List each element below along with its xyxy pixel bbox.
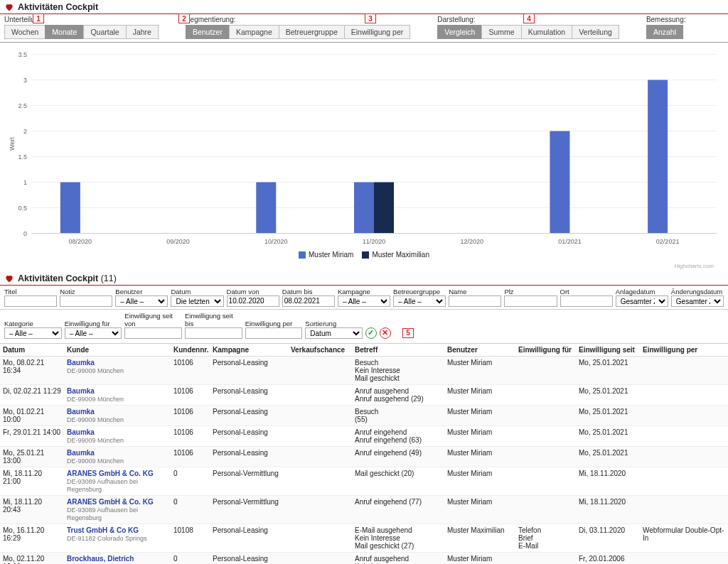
toolbar-darstellung-summe[interactable]: Summe [481,25,521,39]
filter-einwilligung-für[interactable]: – Alle – [65,327,122,339]
toolbar-unterteilung-monate[interactable]: Monate [45,25,84,39]
callout-3: 3 [365,13,376,23]
filter-einwilligung-seit-bis[interactable] [185,327,242,339]
filter-label: Einwilligung für [65,320,122,327]
filter-datum[interactable]: Die letzten 365 Tage [171,295,223,307]
toolbar-unterteilung-jahre[interactable]: Jahre [126,25,159,39]
svg-text:01/2021: 01/2021 [558,238,582,245]
toolbar-group-label: Unterteilung: [4,16,159,23]
toolbar-group-label: Segmentierung: [186,16,410,23]
filter-label: Notiz [60,288,112,295]
svg-text:09/2020: 09/2020 [166,238,190,245]
chart-credit: Highcharts.com [7,263,721,269]
chart-area: 00.511.522.533.5Wert08/202009/202010/202… [0,43,728,269]
svg-rect-24 [60,183,80,234]
callout-1: 1 [33,13,44,23]
svg-rect-26 [354,183,374,234]
filter-label: Betreuergruppe [393,288,446,295]
filter-label: Kampagne [338,288,390,295]
filter-benutzer[interactable]: – Alle – [115,295,168,307]
filter-datum-bis[interactable] [282,295,335,307]
filter-ort[interactable] [560,295,613,307]
toolbar-darstellung-verteilung[interactable]: Verteilung [572,25,619,39]
filter-bar: TitelNotizBenutzer– Alle –DatumDie letzt… [0,286,728,310]
toolbar-darstellung-vergleich[interactable]: Vergleich [437,25,482,39]
svg-text:Wert: Wert [9,137,16,151]
col-kundennr.[interactable]: Kundennr. [171,344,210,357]
toolbar-segmentierung-einwilligung per[interactable]: Einwilligung per [344,25,411,39]
filter-kategorie[interactable]: – Alle – [4,327,62,339]
filter-label: Datum bis [282,288,335,295]
page-title: Aktivitäten Cockpit [18,2,98,12]
svg-text:2: 2 [23,128,27,135]
svg-text:3.5: 3.5 [18,51,27,58]
filter-label: Änderungsdatum [671,288,724,295]
legend-item[interactable]: Muster Miriam [299,251,353,259]
table-row[interactable]: Mo, 16.11.20 16:29Trust GmbH & Co KGDE-9… [0,524,728,552]
svg-text:3: 3 [23,77,27,84]
svg-text:1.5: 1.5 [18,153,27,161]
filter-name[interactable] [449,295,501,307]
col-kampagne[interactable]: Kampagne [210,344,288,357]
filter-label: Plz [504,288,557,295]
svg-text:1: 1 [23,179,27,186]
list-title-bar: Aktivitäten Cockpit (11) [0,269,728,286]
col-einwilligung seit[interactable]: Einwilligung seit [576,344,640,357]
chart-legend: Muster MiriamMuster Maximilian [7,249,721,263]
table-row[interactable]: Mo, 02.11.20 16:16Brockhaus, DietrichDE-… [0,552,728,564]
cockpit-title-bar: Aktivitäten Cockpit [0,0,728,14]
filter-einwilligung-per[interactable] [245,327,303,339]
filter-plz[interactable] [504,295,557,307]
apply-filter-icon[interactable]: ✓ [365,327,377,339]
filter-label: Ort [560,288,613,295]
col-verkaufschance[interactable]: Verkaufschance [288,344,352,357]
table-row[interactable]: Fr, 29.01.21 14:00BaumkaDE-99009 München… [0,425,728,446]
filter-anlagedatum[interactable]: Gesamter Zeitraum [616,295,668,307]
table-row[interactable]: Mo, 08.02.21 16:34BaumkaDE-99009 München… [0,356,728,384]
col-kunde[interactable]: Kunde [64,344,171,357]
svg-text:0: 0 [23,230,27,237]
filter-sortierung[interactable]: Datum [305,327,363,339]
svg-rect-27 [550,131,569,234]
svg-rect-28 [648,80,668,234]
filter-label: Einwilligung seit bis [185,312,242,327]
filter-titel[interactable] [4,295,57,307]
svg-text:11/2020: 11/2020 [363,238,386,245]
bar-chart: 00.511.522.533.5Wert08/202009/202010/202… [7,47,721,249]
toolbar-segmentierung-betreuergruppe[interactable]: Betreuergruppe [279,25,345,39]
filter-label: Einwilligung per [245,320,303,327]
table-row[interactable]: Mi, 18.11.20 20:43ARANES GmbH & Co. KGDE… [0,495,728,524]
col-einwilligung für[interactable]: Einwilligung für [515,344,576,357]
filter-notiz[interactable] [60,295,112,307]
col-datum[interactable]: Datum [0,344,64,357]
toolbar-unterteilung-wochen[interactable]: Wochen [4,25,46,39]
filter-kampagne[interactable]: – Alle – [338,295,390,307]
table-row[interactable]: Di, 02.02.21 11:29BaumkaDE-99009 München… [0,384,728,405]
chart-toolbar: Unterteilung:WochenMonateQuartaleJahreSe… [4,16,724,39]
svg-text:02/2021: 02/2021 [656,238,680,245]
filter-betreuergruppe[interactable]: – Alle – [393,295,446,307]
heart-icon [4,273,14,283]
clear-filter-icon[interactable]: ✕ [380,327,391,339]
filter-änderungsdatum[interactable]: Gesamter Zeitraum [671,295,724,307]
filter-bar-2: Kategorie– Alle –Einwilligung für– Alle … [0,310,728,344]
toolbar-bemessung-anzahl[interactable]: Anzahl [646,25,683,39]
filter-label: Titel [4,288,57,295]
filter-einwilligung-seit-von[interactable] [124,327,182,339]
filter-label: Benutzer [115,288,168,295]
svg-rect-25 [256,183,276,234]
legend-item[interactable]: Muster Maximilian [362,251,429,259]
filter-datum-von[interactable] [227,295,279,307]
table-row[interactable]: Mo, 01.02.21 10:00BaumkaDE-99009 München… [0,405,728,425]
toolbar-darstellung-kumulation[interactable]: Kumulation [521,25,573,39]
col-einwilligung per[interactable]: Einwilligung per [640,344,728,357]
toolbar-segmentierung-benutzer[interactable]: Benutzer [186,25,230,39]
filter-label: Anlagedatum [616,288,668,295]
table-row[interactable]: Mi, 18.11.20 21:00ARANES GmbH & Co. KGDE… [0,467,728,495]
toolbar-unterteilung-quartale[interactable]: Quartale [83,25,126,39]
col-benutzer[interactable]: Benutzer [444,344,515,357]
list-title: Aktivitäten Cockpit (11) [18,273,117,283]
toolbar-segmentierung-kampagne[interactable]: Kampagne [229,25,279,39]
col-betreff[interactable]: Betreff [352,344,444,357]
table-row[interactable]: Mo, 25.01.21 13:00BaumkaDE-99009 München… [0,446,728,467]
